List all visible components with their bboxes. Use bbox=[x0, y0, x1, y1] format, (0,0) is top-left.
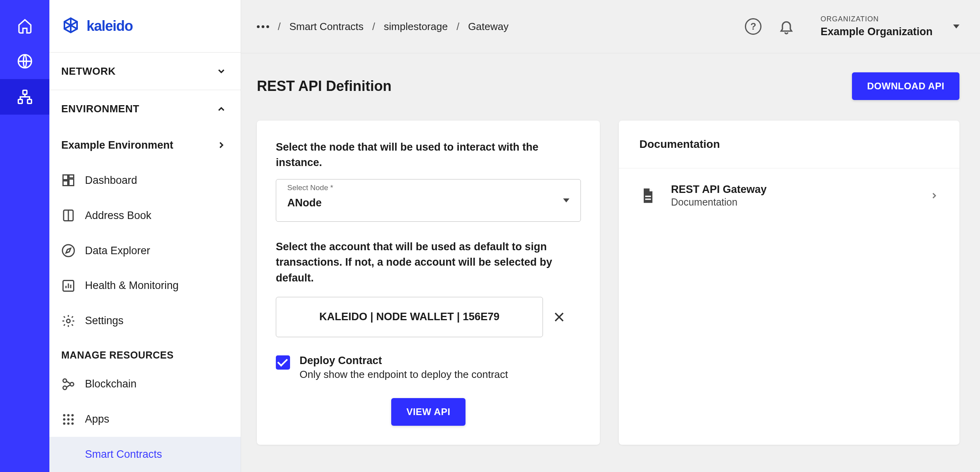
environment-label: ENVIRONMENT bbox=[61, 103, 139, 115]
nav-health[interactable]: Health & Monitoring bbox=[49, 268, 241, 304]
topbar: / Smart Contracts / simplestorage / Gate… bbox=[241, 0, 980, 53]
compass-icon bbox=[61, 244, 75, 258]
nav-dashboard[interactable]: Dashboard bbox=[49, 163, 241, 198]
svg-rect-1 bbox=[23, 90, 27, 94]
view-api-button[interactable]: VIEW API bbox=[391, 398, 465, 426]
svg-rect-4 bbox=[63, 175, 68, 180]
svg-point-23 bbox=[72, 422, 74, 425]
download-api-button[interactable]: DOWNLOAD API bbox=[852, 72, 959, 100]
document-icon bbox=[639, 187, 657, 204]
nodes-icon bbox=[61, 377, 75, 391]
caret-down-icon bbox=[953, 25, 959, 28]
breadcrumb-item[interactable]: Gateway bbox=[468, 21, 509, 33]
node-instruction: Select the node that will be used to int… bbox=[276, 140, 581, 170]
sidebar: kaleido NETWORK ENVIRONMENT Example Envi… bbox=[49, 0, 241, 472]
svg-point-14 bbox=[63, 386, 67, 389]
bell-icon bbox=[778, 19, 794, 34]
addressbook-icon bbox=[61, 208, 75, 223]
breadcrumb-overflow[interactable] bbox=[257, 25, 269, 28]
nav-rail bbox=[0, 0, 49, 472]
doc-item-sub: Documentation bbox=[671, 196, 767, 208]
nav-apps[interactable]: Apps bbox=[49, 402, 241, 437]
org-value: Example Organization bbox=[820, 26, 933, 38]
clear-account-button[interactable] bbox=[552, 310, 566, 324]
nav-item-label: Health & Monitoring bbox=[85, 279, 179, 292]
logo-icon bbox=[61, 17, 80, 36]
notifications-button[interactable] bbox=[775, 15, 798, 38]
documentation-card: Documentation REST API Gateway Documenta… bbox=[619, 121, 959, 445]
svg-point-22 bbox=[67, 422, 70, 425]
svg-point-20 bbox=[72, 418, 74, 421]
org-switcher[interactable]: ORGANIZATION Example Organization bbox=[820, 15, 959, 38]
svg-point-18 bbox=[63, 418, 66, 421]
svg-point-17 bbox=[72, 414, 74, 416]
logo-text: kaleido bbox=[87, 18, 133, 34]
deploy-contract-checkbox[interactable] bbox=[276, 355, 290, 370]
rail-globe[interactable] bbox=[0, 43, 49, 79]
environment-section-header[interactable]: ENVIRONMENT bbox=[49, 90, 241, 128]
breadcrumb: / Smart Contracts / simplestorage / Gate… bbox=[257, 21, 509, 33]
svg-point-19 bbox=[67, 418, 70, 421]
account-instruction: Select the account that will be used as … bbox=[276, 239, 581, 285]
svg-rect-24 bbox=[645, 196, 651, 197]
breadcrumb-item[interactable]: simplestorage bbox=[384, 21, 448, 33]
nav-settings[interactable]: Settings bbox=[49, 303, 241, 338]
breadcrumb-sep: / bbox=[278, 21, 281, 33]
dashboard-icon bbox=[61, 173, 75, 187]
deploy-contract-title: Deploy Contract bbox=[300, 355, 508, 367]
nav-item-label: Address Book bbox=[85, 210, 151, 222]
svg-point-15 bbox=[63, 414, 66, 416]
content: REST API Definition DOWNLOAD API Select … bbox=[241, 53, 980, 472]
svg-point-16 bbox=[67, 414, 70, 416]
doc-item-title: REST API Gateway bbox=[671, 183, 767, 196]
select-node-label: Select Node * bbox=[287, 183, 333, 192]
svg-point-9 bbox=[62, 245, 74, 257]
svg-point-21 bbox=[63, 422, 66, 425]
svg-point-13 bbox=[70, 382, 74, 386]
chevron-right-icon bbox=[216, 140, 226, 150]
nav-data-explorer[interactable]: Data Explorer bbox=[49, 233, 241, 268]
nav-item-label: Blockchain bbox=[85, 378, 137, 390]
nav-address-book[interactable]: Address Book bbox=[49, 198, 241, 233]
help-button[interactable]: ? bbox=[741, 15, 765, 38]
nav-item-label: Smart Contracts bbox=[85, 448, 162, 461]
home-icon bbox=[17, 18, 33, 34]
breadcrumb-sep: / bbox=[456, 21, 459, 33]
main: / Smart Contracts / simplestorage / Gate… bbox=[241, 0, 980, 472]
nav-smart-contracts[interactable]: Smart Contracts bbox=[49, 437, 241, 472]
manage-resources-label: MANAGE RESOURCES bbox=[49, 338, 241, 366]
globe-icon bbox=[17, 53, 33, 69]
breadcrumb-sep: / bbox=[372, 21, 375, 33]
nav-blockchain[interactable]: Blockchain bbox=[49, 366, 241, 402]
svg-point-11 bbox=[67, 319, 70, 323]
gear-icon bbox=[61, 314, 75, 328]
svg-rect-7 bbox=[63, 181, 68, 186]
chevron-down-icon bbox=[216, 66, 226, 76]
breadcrumb-item[interactable]: Smart Contracts bbox=[289, 21, 364, 33]
nav-item-label: Dashboard bbox=[85, 174, 137, 187]
page-header: REST API Definition DOWNLOAD API bbox=[257, 72, 959, 100]
logo[interactable]: kaleido bbox=[49, 0, 241, 53]
network-icon bbox=[17, 89, 33, 105]
chevron-up-icon bbox=[216, 104, 226, 114]
doc-item-rest-api-gateway[interactable]: REST API Gateway Documentation bbox=[619, 168, 959, 223]
deploy-contract-sub: Only show the endpoint to deploy the con… bbox=[300, 368, 508, 381]
org-caption: ORGANIZATION bbox=[820, 15, 933, 23]
svg-rect-2 bbox=[18, 100, 22, 104]
environment-link[interactable]: Example Environment bbox=[49, 128, 241, 163]
svg-rect-5 bbox=[69, 175, 74, 178]
chevron-right-icon bbox=[929, 191, 939, 200]
svg-point-12 bbox=[63, 379, 67, 382]
help-icon: ? bbox=[745, 18, 761, 35]
chart-icon bbox=[61, 279, 75, 293]
network-section-header[interactable]: NETWORK bbox=[49, 53, 241, 90]
apps-icon bbox=[61, 412, 75, 427]
rail-home[interactable] bbox=[0, 8, 49, 43]
svg-rect-3 bbox=[27, 100, 31, 104]
nav-item-label: Settings bbox=[85, 315, 124, 327]
environment-name: Example Environment bbox=[61, 139, 173, 151]
selected-account[interactable]: KALEIDO | NODE WALLET | 156E79 bbox=[276, 297, 543, 337]
rail-network[interactable] bbox=[0, 79, 49, 115]
caret-down-icon bbox=[563, 198, 569, 202]
select-node-dropdown[interactable]: Select Node * ANode bbox=[276, 179, 581, 222]
